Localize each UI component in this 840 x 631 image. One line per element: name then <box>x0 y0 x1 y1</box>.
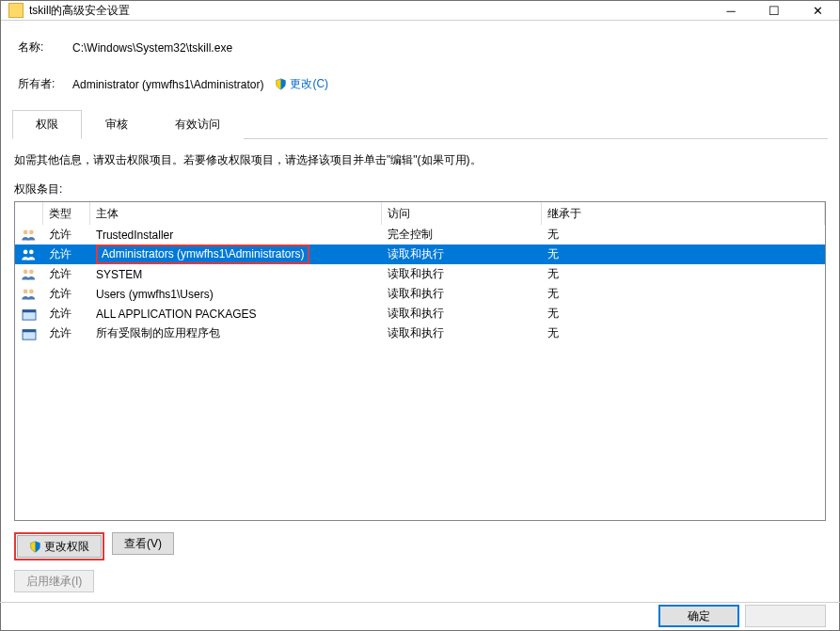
perm-principal: Administrators (ymwfhs1\Administrators) <box>90 245 382 264</box>
svg-point-2 <box>24 249 28 254</box>
ok-button[interactable]: 确定 <box>658 605 739 627</box>
perm-principal: ALL APPLICATION PACKAGES <box>90 308 382 321</box>
permission-row[interactable]: 允许TrustedInstaller完全控制无 <box>15 225 825 245</box>
name-label: 名称: <box>18 39 72 55</box>
perm-principal: SYSTEM <box>90 268 382 281</box>
package-icon <box>15 308 43 321</box>
perm-access: 读取和执行 <box>382 246 542 262</box>
permission-row[interactable]: 允许SYSTEM读取和执行无 <box>15 264 825 284</box>
svg-rect-9 <box>23 309 36 312</box>
col-principal[interactable]: 主体 <box>90 202 382 225</box>
secondary-button <box>745 605 826 627</box>
perm-inherit: 无 <box>542 286 825 302</box>
svg-point-6 <box>24 289 28 293</box>
col-inherit[interactable]: 继承于 <box>542 202 825 225</box>
owner-label: 所有者: <box>18 76 72 92</box>
perm-inherit: 无 <box>542 227 825 243</box>
change-permissions-button[interactable]: 更改权限 <box>17 535 102 558</box>
permission-list-header: 类型 主体 访问 继承于 <box>15 202 825 225</box>
shield-icon <box>29 541 41 553</box>
security-dialog: tskill的高级安全设置 ─ ☐ ✕ 名称: C:\Windows\Syste… <box>0 0 840 631</box>
perm-type: 允许 <box>43 227 90 243</box>
group-icon <box>15 288 43 301</box>
perm-access: 读取和执行 <box>382 306 542 322</box>
view-button[interactable]: 查看(V) <box>112 532 174 555</box>
svg-point-3 <box>29 249 34 254</box>
perm-access: 读取和执行 <box>382 325 542 341</box>
name-row: 名称: C:\Windows\System32\tskill.exe <box>18 39 822 55</box>
perm-inherit: 无 <box>542 246 825 262</box>
permission-row[interactable]: 允许所有受限制的应用程序包读取和执行无 <box>15 323 825 343</box>
enable-inherit-label: 启用继承(I) <box>26 574 82 590</box>
svg-point-7 <box>29 289 34 293</box>
dialog-footer: 确定 <box>1 603 839 630</box>
col-access[interactable]: 访问 <box>382 202 542 225</box>
perm-access: 读取和执行 <box>382 266 542 282</box>
svg-point-5 <box>29 269 34 274</box>
perm-principal: Users (ymwfhs1\Users) <box>90 288 382 301</box>
permission-row[interactable]: 允许Administrators (ymwfhs1\Administrators… <box>15 245 825 264</box>
tab-auditing[interactable]: 审核 <box>82 110 151 139</box>
perm-type: 允许 <box>43 286 90 302</box>
view-button-label: 查看(V) <box>124 536 162 552</box>
owner-value: Administrator (ymwfhs1\Administrator) <box>72 78 263 91</box>
minimize-button[interactable]: ─ <box>709 1 753 20</box>
tab-effective-access[interactable]: 有效访问 <box>151 110 244 139</box>
maximize-button[interactable]: ☐ <box>753 1 796 20</box>
svg-rect-11 <box>23 329 36 332</box>
group-icon <box>15 248 43 261</box>
enable-inherit-button: 启用继承(I) <box>14 570 94 592</box>
perm-inherit: 无 <box>542 325 825 341</box>
tab-permissions[interactable]: 权限 <box>12 110 82 139</box>
permission-row[interactable]: 允许ALL APPLICATION PACKAGES读取和执行无 <box>15 304 825 323</box>
svg-point-1 <box>29 229 34 234</box>
col-icon[interactable] <box>15 202 43 225</box>
svg-point-0 <box>24 229 28 234</box>
col-type[interactable]: 类型 <box>43 202 90 225</box>
titlebar: tskill的高级安全设置 ─ ☐ ✕ <box>1 1 839 21</box>
name-value: C:\Windows\System32\tskill.exe <box>72 41 232 55</box>
perm-inherit: 无 <box>542 266 825 282</box>
folder-icon <box>8 3 24 18</box>
close-button[interactable]: ✕ <box>796 1 839 20</box>
permission-row[interactable]: 允许Users (ymwfhs1\Users)读取和执行无 <box>15 284 825 304</box>
list-label: 权限条目: <box>14 181 826 197</box>
tab-strip: 权限 审核 有效访问 <box>12 109 828 139</box>
perm-type: 允许 <box>43 325 90 341</box>
owner-row: 所有者: Administrator (ymwfhs1\Administrato… <box>18 76 822 92</box>
permissions-panel: 如需其他信息，请双击权限项目。若要修改权限项目，请选择该项目并单击"编辑"(如果… <box>12 139 828 592</box>
perm-type: 允许 <box>43 266 90 282</box>
permission-list[interactable]: 类型 主体 访问 继承于 允许TrustedInstaller完全控制无 允许A… <box>14 201 826 521</box>
perm-principal: 所有受限制的应用程序包 <box>90 325 382 341</box>
change-owner-link[interactable]: 更改(C) <box>290 76 328 92</box>
perm-principal: TrustedInstaller <box>90 229 382 242</box>
perm-access: 读取和执行 <box>382 286 542 302</box>
shield-icon <box>275 78 287 90</box>
perm-type: 允许 <box>43 246 90 262</box>
group-icon <box>15 268 43 281</box>
change-permissions-label: 更改权限 <box>44 539 89 555</box>
window-title: tskill的高级安全设置 <box>29 3 709 19</box>
ok-button-label: 确定 <box>688 608 710 624</box>
svg-point-4 <box>24 269 28 274</box>
perm-inherit: 无 <box>542 306 825 322</box>
perm-type: 允许 <box>43 306 90 322</box>
highlight-change-perm: 更改权限 <box>14 532 104 560</box>
package-icon <box>15 327 43 340</box>
group-icon <box>15 229 43 242</box>
perm-access: 完全控制 <box>382 227 542 243</box>
instruction-text: 如需其他信息，请双击权限项目。若要修改权限项目，请选择该项目并单击"编辑"(如果… <box>14 152 826 168</box>
